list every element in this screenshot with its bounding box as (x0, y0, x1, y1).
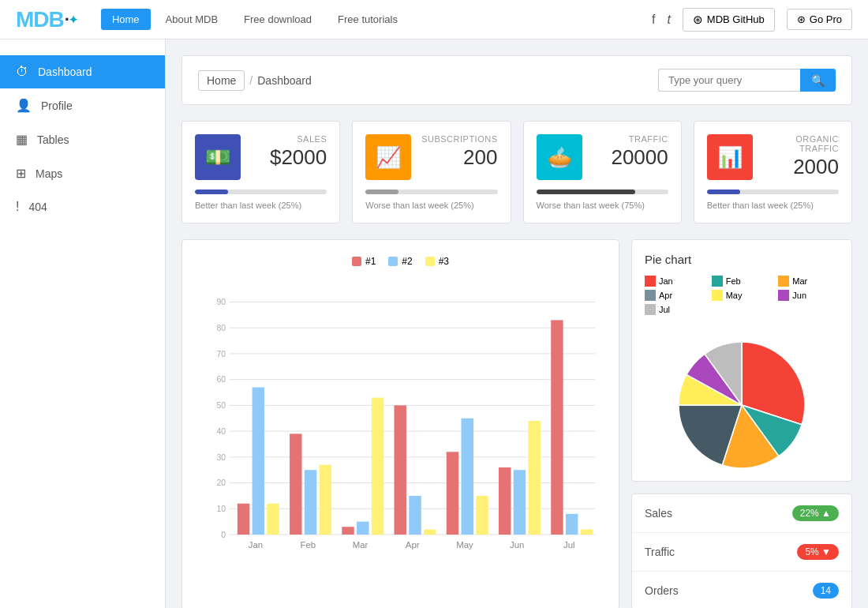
bar (290, 433, 301, 535)
pie-legend-item: Jul (645, 304, 705, 315)
pie-legend-item: Jan (645, 276, 705, 287)
pie-legend-label: Jul (659, 305, 670, 314)
y-label: 40 (217, 427, 226, 436)
pie-svg-container (645, 326, 839, 468)
stat-icon-box: 📈 (365, 134, 411, 180)
stat-label: SUBSCRIPTIONS (421, 134, 497, 144)
stat-icon-box: 🥧 (537, 134, 582, 180)
stat-icon: 💵 (205, 145, 230, 170)
nav-home[interactable]: Home (101, 9, 151, 30)
stat-icon: 📈 (376, 145, 401, 170)
breadcrumb: Home / Dashboard (198, 70, 312, 91)
nav-tutorials[interactable]: Free tutorials (327, 9, 409, 30)
stats-list-label: Orders (645, 584, 679, 597)
bar (581, 529, 593, 535)
pie-legend-box (712, 276, 723, 287)
pie-legend-label: Feb (726, 276, 741, 286)
stat-top: 📈 SUBSCRIPTIONS 200 (365, 134, 497, 180)
brand-text: MDB (16, 7, 64, 32)
bar (267, 504, 279, 535)
nav-download[interactable]: Free download (233, 9, 323, 30)
pie-legend-item: Feb (712, 276, 773, 287)
stat-progress-container (537, 190, 668, 194)
stat-top: 🥧 TRAFFIC 20000 (537, 134, 668, 180)
profile-icon: 👤 (16, 98, 32, 113)
pie-legend-label: Jun (792, 291, 806, 300)
stats-list-badge: 5% ▼ (797, 544, 839, 560)
stats-list-label: Sales (645, 507, 672, 520)
y-label: 30 (217, 453, 226, 462)
stats-list-item: Sales 22% ▲ (632, 494, 851, 533)
pie-legend-item: Jun (778, 290, 839, 301)
bar (447, 452, 458, 535)
pie-chart-svg (663, 326, 821, 468)
breadcrumb-home[interactable]: Home (198, 70, 245, 91)
twitter-icon[interactable]: t (667, 13, 670, 27)
stats-list-item: Traffic 5% ▼ (632, 533, 851, 572)
bar (424, 529, 436, 535)
x-label: May (456, 540, 473, 550)
gopro-icon: ⊛ (797, 13, 806, 25)
sidebar: ⏱ Dashboard 👤 Profile ▦ Tables ⊞ Maps ! … (0, 39, 166, 608)
stat-value: 200 (421, 145, 497, 170)
pie-chart-legend: JanFebMarAprMayJunJul (645, 276, 839, 315)
stats-list-card: Sales 22% ▲ Traffic 5% ▼ Orders 14 (631, 494, 852, 608)
stat-label: SALES (250, 134, 327, 144)
search-input[interactable] (658, 69, 800, 92)
stat-card-0: 💵 SALES $2000 Better than last week (25%… (181, 121, 340, 223)
github-button[interactable]: ⊛ MDB GitHub (683, 8, 775, 32)
gopro-button[interactable]: ⊛ Go Pro (787, 9, 852, 30)
pie-legend-label: Jan (659, 276, 673, 286)
y-label: 10 (217, 505, 226, 513)
stat-top: 📊 ORGANIC TRAFFIC 2000 (707, 134, 839, 180)
nav-about[interactable]: About MDB (155, 9, 229, 30)
legend-label: #1 (365, 256, 376, 267)
github-icon: ⊛ (693, 13, 703, 27)
stat-value: $2000 (250, 145, 327, 170)
stat-info: TRAFFIC 20000 (592, 134, 668, 170)
dashboard-icon: ⏱ (16, 65, 28, 79)
stat-label: TRAFFIC (592, 134, 668, 144)
bar-chart-card: #1#2#3 0102030405060708090JanFebMarAprMa… (181, 239, 619, 608)
sidebar-item-dashboard[interactable]: ⏱ Dashboard (0, 55, 165, 88)
top-navigation: MDB·✦ Home About MDB Free download Free … (0, 0, 868, 39)
stat-card-1: 📈 SUBSCRIPTIONS 200 Worse than last week… (352, 121, 511, 223)
sidebar-item-profile[interactable]: 👤 Profile (0, 88, 165, 122)
pie-legend-label: Apr (659, 291, 672, 300)
legend-dot (388, 257, 398, 266)
x-label: Jan (249, 540, 263, 550)
sidebar-item-maps[interactable]: ⊞ Maps (0, 156, 165, 190)
bar (409, 496, 421, 535)
y-label: 20 (217, 479, 226, 487)
stat-progress-bar (707, 190, 740, 194)
sidebar-item-404[interactable]: ! 404 (0, 190, 165, 223)
brand-logo: MDB·✦ (16, 7, 77, 32)
right-column: Pie chart JanFebMarAprMayJunJul Sales 22… (631, 239, 852, 608)
stat-progress-container (365, 190, 497, 194)
stat-progress-container (195, 190, 327, 194)
breadcrumb-current: Dashboard (257, 74, 312, 87)
breadcrumb-separator: / (249, 74, 253, 87)
bar (476, 496, 488, 535)
x-label: Jul (563, 540, 575, 550)
stat-desc: Better than last week (25%) (707, 201, 839, 210)
nav-right: f t ⊛ MDB GitHub ⊛ Go Pro (652, 8, 852, 32)
legend-dot (352, 257, 361, 266)
y-label: 50 (217, 401, 226, 410)
stat-card-2: 🥧 TRAFFIC 20000 Worse than last week (75… (523, 121, 682, 223)
bar (305, 470, 316, 535)
stat-info: ORGANIC TRAFFIC 2000 (762, 134, 839, 179)
maps-icon: ⊞ (16, 166, 26, 181)
stat-icon: 🥧 (547, 145, 572, 170)
search-button[interactable]: 🔍 (800, 69, 836, 92)
stat-progress-bar (537, 190, 635, 194)
legend-item: #3 (425, 256, 449, 267)
stats-list-badge: 22% ▲ (792, 505, 839, 521)
stats-row: 💵 SALES $2000 Better than last week (25%… (181, 121, 852, 223)
stat-value: 20000 (592, 145, 668, 170)
bar-chart-legend: #1#2#3 (198, 256, 603, 267)
pie-legend-box (778, 276, 789, 287)
facebook-icon[interactable]: f (652, 13, 655, 27)
y-label: 60 (217, 375, 226, 384)
sidebar-item-tables[interactable]: ▦ Tables (0, 122, 165, 156)
